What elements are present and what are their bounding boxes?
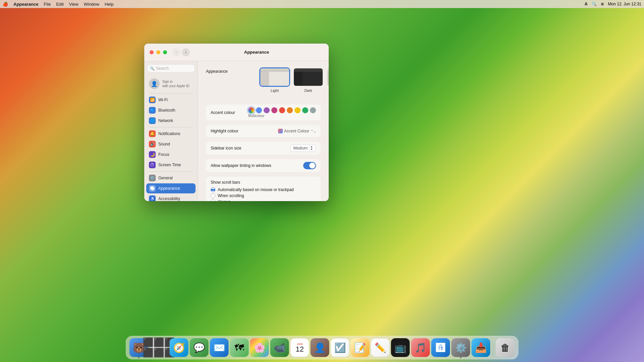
- sidebar-icon-size-group: Sidebar icon size Medium ▲ ▼: [206, 142, 321, 155]
- sidebar-item-apple-id[interactable]: 👤 Sign in with your Apple ID: [146, 76, 196, 92]
- scrollbars-auto-label: Automatically based on mouse or trackpad: [218, 187, 294, 192]
- accent-dot-pink[interactable]: [271, 107, 277, 113]
- sidebar-item-bluetooth[interactable]: 🔷 Bluetooth: [146, 105, 196, 115]
- sidebar-item-wifi[interactable]: 📶 Wi-Fi: [146, 95, 196, 105]
- search-icon[interactable]: 🔍: [592, 2, 597, 6]
- accent-dot-red[interactable]: [279, 107, 285, 113]
- dock-item-reminders[interactable]: ☑️: [331, 338, 350, 357]
- accent-dot-orange[interactable]: [287, 107, 293, 113]
- dock-item-photos[interactable]: 🌸: [250, 338, 269, 357]
- apple-menu[interactable]: 🍎: [3, 2, 8, 7]
- dock-item-launchpad[interactable]: ⬛⬛⬛⬛⬛⬛: [150, 338, 168, 357]
- app-name[interactable]: Appearance: [13, 2, 38, 7]
- sidebar-item-appearance[interactable]: 🎨 Appearance: [146, 183, 196, 193]
- maps-icon: 🗺: [235, 342, 244, 353]
- mail-icon: ✉️: [213, 342, 225, 353]
- sidebar: 🔍 👤 Sign in with your Apple ID 📶 Wi-Fi: [144, 61, 198, 201]
- sidebar-icon-size-value[interactable]: Medium ▲ ▼: [290, 144, 316, 152]
- dock-item-contacts[interactable]: 👤: [311, 338, 329, 357]
- datetime: Mon 12. Jun 12:31: [608, 2, 641, 6]
- dock-item-syspreferences[interactable]: ⚙️: [451, 338, 470, 357]
- appearance-option-auto[interactable]: Auto: [327, 68, 329, 93]
- section-divider-2: [149, 127, 193, 127]
- wallpaper-tinting-label: Allow wallpaper tinting in windows: [211, 163, 303, 168]
- dock-item-trash[interactable]: 🗑: [496, 338, 515, 357]
- accent-dot-yellow[interactable]: [294, 107, 301, 113]
- scrollbars-auto[interactable]: Automatically based on mouse or trackpad: [211, 187, 294, 192]
- appletv-icon: 📺: [394, 342, 406, 353]
- sidebar-item-screentime[interactable]: ⏱ Screen Time: [146, 160, 196, 170]
- highlight-colour-text: Accent Colour: [284, 129, 309, 133]
- accent-dot-green[interactable]: [302, 107, 308, 113]
- appearance-icon: 🎨: [149, 185, 156, 192]
- dock-item-calendar[interactable]: JUN 12: [290, 338, 309, 357]
- window-title: Appearance: [190, 50, 323, 55]
- focus-icon: 🌙: [149, 151, 156, 158]
- sidebar-item-notifications[interactable]: 🔔 Notifications: [146, 129, 196, 139]
- sidebar-list: 👤 Sign in with your Apple ID 📶 Wi-Fi 🔷 B…: [144, 76, 198, 201]
- sidebar-item-general[interactable]: ⚙️ General: [146, 173, 196, 183]
- dock-item-notes[interactable]: 📝: [351, 338, 370, 357]
- sidebar-label-focus: Focus: [158, 152, 169, 157]
- scrollbars-when-scrolling[interactable]: When scrolling: [211, 193, 294, 198]
- sidebar-item-sound[interactable]: 🔊 Sound: [146, 139, 196, 149]
- calendar-date: 12: [296, 346, 304, 353]
- menu-file[interactable]: File: [44, 2, 51, 7]
- accent-dot-blue[interactable]: [256, 107, 262, 113]
- dock-item-maps[interactable]: 🗺: [230, 338, 249, 357]
- syspreferences-icon: ⚙️: [455, 342, 467, 353]
- dock-item-music[interactable]: 🎵: [411, 338, 430, 357]
- menu-view[interactable]: View: [69, 2, 78, 7]
- accent-dot-multicolor[interactable]: [248, 107, 254, 113]
- maximize-button[interactable]: [163, 50, 167, 54]
- dark-thumbnail: [293, 68, 323, 86]
- dock-item-mail[interactable]: ✉️: [210, 338, 229, 357]
- appstore-icon: 🅰: [436, 342, 445, 353]
- sidebar-item-accessibility[interactable]: ♿ Accessibility: [146, 194, 196, 201]
- control-center-icon[interactable]: ⊕: [601, 2, 604, 6]
- sidebar-item-network[interactable]: 🌐 Network: [146, 116, 196, 126]
- bluetooth-icon: 🔷: [149, 107, 156, 114]
- search-bar[interactable]: 🔍: [147, 64, 195, 72]
- traffic-lights: [150, 50, 167, 54]
- search-icon: 🔍: [150, 66, 155, 71]
- wallpaper-tinting-row: Allow wallpaper tinting in windows: [206, 159, 321, 172]
- wallpaper-tinting-toggle[interactable]: [303, 162, 316, 169]
- highlight-colour-value[interactable]: Accent Colour ⌃⌄: [278, 129, 316, 133]
- dock-item-appletv[interactable]: 📺: [391, 338, 410, 357]
- accent-dot-purple[interactable]: [264, 107, 270, 113]
- scrollbars-radio-group: Automatically based on mouse or trackpad…: [211, 187, 294, 201]
- dock-item-facetime[interactable]: 📹: [270, 338, 289, 357]
- stepper-down[interactable]: ▼: [310, 148, 313, 151]
- dock-item-appstore[interactable]: 🅰: [431, 338, 450, 357]
- search-input[interactable]: [156, 66, 192, 71]
- menu-help[interactable]: Help: [105, 2, 114, 7]
- highlight-colour-group: Highlight colour Accent Colour ⌃⌄: [206, 125, 321, 137]
- dock-item-messages[interactable]: 💬: [190, 338, 209, 357]
- general-icon: ⚙️: [149, 175, 156, 181]
- forward-button[interactable]: ›: [182, 48, 190, 56]
- menu-window[interactable]: Window: [84, 2, 99, 7]
- system-settings-window: ‹ › Appearance 🔍 👤 Sign in with your App…: [144, 44, 329, 201]
- show-scrollbars-label: Show scroll bars: [211, 180, 240, 185]
- dock-item-safari[interactable]: 🧭: [170, 338, 189, 357]
- dock-item-yoink[interactable]: 📥: [472, 338, 490, 357]
- back-button[interactable]: ‹: [172, 48, 180, 56]
- sidebar-item-focus[interactable]: 🌙 Focus: [146, 149, 196, 160]
- dock-item-freeform[interactable]: ✏️: [371, 338, 390, 357]
- show-scrollbars-group: Show scroll bars Automatically based on …: [206, 177, 321, 201]
- scrollbars-always[interactable]: Always: [211, 199, 294, 201]
- highlight-colour-chevron: ⌃⌄: [311, 129, 316, 133]
- scrollbars-scrolling-label: When scrolling: [218, 193, 244, 198]
- accent-dot-graphite[interactable]: [310, 107, 316, 113]
- menu-edit[interactable]: Edit: [56, 2, 63, 7]
- input-source-icon[interactable]: A: [585, 2, 588, 6]
- appearance-option-light[interactable]: Light: [260, 68, 290, 93]
- sidebar-label-sound: Sound: [158, 142, 170, 146]
- minimize-button[interactable]: [156, 50, 160, 54]
- close-button[interactable]: [150, 50, 154, 54]
- sidebar-icon-size-row: Sidebar icon size Medium ▲ ▼: [206, 142, 321, 155]
- appearance-option-dark[interactable]: Dark: [293, 68, 323, 93]
- window-body: 🔍 👤 Sign in with your Apple ID 📶 Wi-Fi: [144, 61, 329, 201]
- sidebar-label-bluetooth: Bluetooth: [158, 108, 175, 113]
